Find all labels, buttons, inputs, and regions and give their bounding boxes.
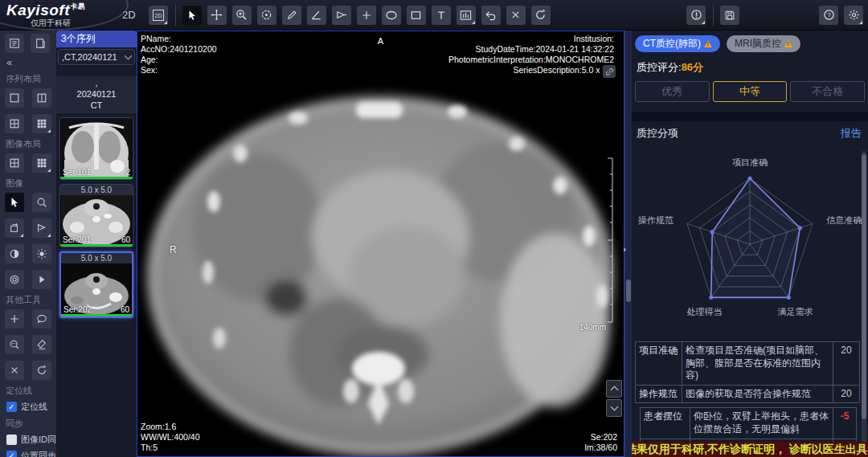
gear-icon bbox=[848, 9, 860, 21]
series-layout-3x3-button[interactable] bbox=[32, 114, 51, 133]
image-rotate-button[interactable] bbox=[5, 218, 24, 238]
delete-annotation-button[interactable] bbox=[506, 6, 526, 25]
image-magnifier-button[interactable] bbox=[32, 193, 51, 212]
localizer-checkbox-row[interactable]: ✓ 定位线 bbox=[6, 401, 51, 413]
study-dropdown-value: ,CT,20240121 bbox=[62, 52, 117, 62]
reset-button[interactable] bbox=[531, 6, 551, 25]
image-brightness-button[interactable] bbox=[32, 244, 51, 263]
image-layout-3x3-button[interactable] bbox=[32, 153, 51, 173]
series-thumbnail-202[interactable]: 5.0 x 5.0 Ser:20260 bbox=[59, 251, 133, 318]
grade-excellent-button[interactable]: 优秀 bbox=[635, 81, 710, 102]
scroll-up-button[interactable] bbox=[606, 380, 622, 398]
scrollbar-thumb[interactable] bbox=[862, 154, 866, 419]
thumb-count: 2 bbox=[125, 168, 130, 177]
series-panel: 3个序列 ,CT,20240121 , 20240121 CT bbox=[56, 31, 137, 457]
series-layout-1x1-button[interactable] bbox=[5, 88, 24, 108]
grade-medium-button[interactable]: 中等 bbox=[713, 81, 788, 102]
panel-divider bbox=[632, 112, 868, 121]
probe-tool-button[interactable] bbox=[332, 6, 351, 25]
layout-2d-button[interactable]: 2D bbox=[149, 6, 168, 25]
brightness-sun-icon bbox=[36, 248, 47, 259]
ct-axial-image bbox=[137, 31, 624, 456]
dropdown-corner bbox=[47, 169, 51, 172]
report-link[interactable]: 报告 bbox=[841, 126, 862, 141]
checkbox-unchecked-icon bbox=[6, 435, 17, 445]
collapse-sidebar-button[interactable]: « bbox=[6, 56, 51, 68]
angle-tool-button[interactable] bbox=[307, 6, 326, 25]
image-cine-play-button[interactable] bbox=[32, 270, 51, 289]
image-cursor-button[interactable] bbox=[5, 193, 24, 212]
cross-tool-button[interactable] bbox=[357, 6, 376, 25]
other-eraser-button[interactable] bbox=[32, 335, 51, 354]
info-button[interactable] bbox=[686, 6, 706, 25]
series-thumbnail-201[interactable]: 5.0 x 5.0 Ser:20160 bbox=[59, 184, 133, 247]
scrollbar-thumb[interactable] bbox=[626, 280, 631, 302]
image-target-button[interactable] bbox=[5, 270, 24, 289]
save-button[interactable] bbox=[720, 6, 739, 25]
pan-tool-button[interactable] bbox=[207, 6, 227, 25]
viewport-scrollbar[interactable]: › bbox=[624, 31, 632, 457]
qc-panel-scrollbar[interactable] bbox=[862, 151, 866, 457]
other-probe-magnifier-button[interactable] bbox=[5, 335, 24, 354]
text-tool-button[interactable] bbox=[432, 6, 451, 25]
pencil-measure-tool-button[interactable] bbox=[282, 6, 301, 25]
brand-name: Kayisoft卡易 bbox=[6, 2, 85, 19]
scale-ruler bbox=[606, 157, 614, 323]
series-image-overlay: Se:202 Im:38/60 bbox=[584, 432, 617, 453]
thumb-loaded-bar bbox=[61, 314, 132, 316]
study-info-overlay: Institusion: StudyDateTime:2024-01-21 14… bbox=[448, 34, 614, 76]
image-flag-button[interactable] bbox=[32, 218, 51, 238]
grade-fail-button[interactable]: 不合格 bbox=[790, 81, 865, 102]
sync-position-checkbox-row[interactable]: ✓ 位置同步 bbox=[6, 450, 51, 457]
checkbox-label: 位置同步 bbox=[21, 450, 56, 457]
zoom-tool-button[interactable] bbox=[232, 6, 252, 25]
tab-mri-qc[interactable]: MRI脑质控 bbox=[727, 35, 800, 52]
checkbox-label: 图像ID同步 bbox=[21, 434, 56, 446]
svg-text:满足需求: 满足需求 bbox=[777, 307, 813, 316]
series-thumbnail-101[interactable]: Ser:1012 bbox=[59, 117, 133, 180]
window-level-tool-button[interactable] bbox=[457, 6, 476, 25]
qc-item-name: 操作规范 bbox=[636, 386, 682, 403]
tab-ct-qc[interactable]: CT质控(肺部) bbox=[635, 35, 720, 52]
sync-imageid-checkbox-row[interactable]: 图像ID同步 bbox=[6, 434, 51, 446]
panel-layout-icon bbox=[9, 38, 20, 49]
settings-button[interactable] bbox=[844, 6, 863, 25]
brand-suffix: 卡易 bbox=[70, 2, 85, 10]
thumb-count: 60 bbox=[121, 305, 129, 314]
disclaimer-marquee: 结果仅用于科研,不作诊断证明， 诊断以医生出具的诊断 bbox=[632, 442, 868, 457]
ellipse-tool-button[interactable] bbox=[382, 6, 401, 25]
thumb-title: 5.0 x 5.0 bbox=[61, 253, 132, 263]
toolbar-separator bbox=[175, 5, 176, 26]
scroll-down-button[interactable] bbox=[606, 399, 622, 417]
dropdown-corner bbox=[47, 234, 51, 237]
report-panel-button[interactable] bbox=[31, 34, 50, 53]
dropdown-corner bbox=[164, 21, 167, 24]
other-reset-button[interactable] bbox=[32, 361, 51, 380]
expand-panel-button[interactable]: › bbox=[619, 241, 630, 257]
link-series-button[interactable] bbox=[603, 65, 616, 78]
study-dropdown[interactable]: ,CT,20240121 bbox=[58, 49, 135, 65]
main-viewport[interactable]: PName: AccNO:2401210200 Age: Sex: Instit… bbox=[137, 31, 624, 457]
image-invert-button[interactable] bbox=[5, 244, 24, 263]
layout-3x3-icon bbox=[36, 118, 47, 129]
layout-1x2-icon bbox=[36, 92, 47, 104]
rotate-square-icon bbox=[9, 222, 20, 234]
angle-icon bbox=[310, 9, 322, 21]
qc-item-score: 20 bbox=[833, 386, 859, 403]
help-icon: ? bbox=[823, 9, 835, 21]
other-cross-button[interactable] bbox=[5, 309, 24, 328]
panel-layout-button[interactable] bbox=[5, 34, 24, 53]
dropdown-corner bbox=[20, 234, 23, 237]
image-layout-2x2-button[interactable] bbox=[5, 153, 24, 173]
concentric-target-icon bbox=[9, 274, 20, 285]
series-layout-2x2-button[interactable] bbox=[5, 114, 24, 133]
undo-button[interactable] bbox=[481, 6, 501, 25]
help-button[interactable]: ? bbox=[819, 6, 838, 25]
cursor-tool-button[interactable] bbox=[182, 6, 202, 25]
dropdown-corner bbox=[472, 21, 475, 24]
other-comment-button[interactable] bbox=[32, 309, 51, 328]
other-delete-button[interactable] bbox=[5, 361, 24, 380]
series-layout-1x2-button[interactable] bbox=[32, 88, 51, 108]
rectangle-tool-button[interactable] bbox=[407, 6, 426, 25]
window-target-tool-button[interactable] bbox=[257, 6, 276, 25]
